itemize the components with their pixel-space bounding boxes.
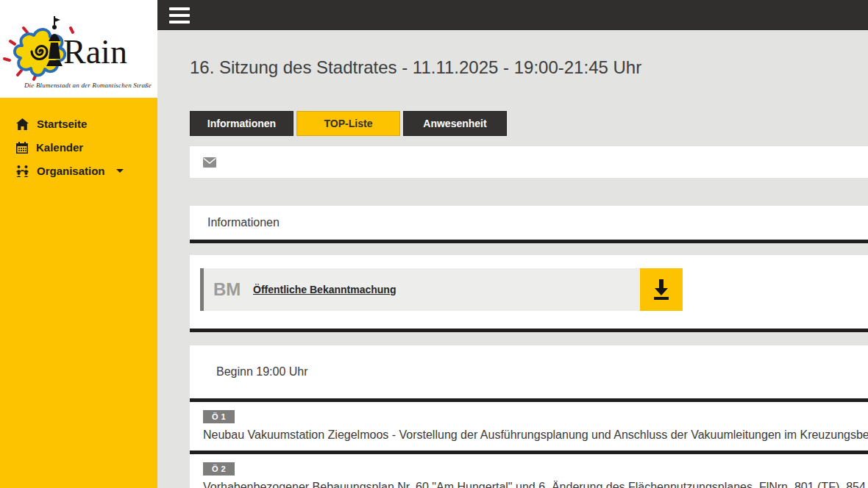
top-item-badge: Ö 2 <box>203 462 235 476</box>
section-heading: Informationen <box>207 216 280 229</box>
logo-wordmark: Rain <box>63 33 127 71</box>
attachment-code: BM <box>213 279 244 300</box>
rain-logo-graphic: Rain <box>1 16 156 84</box>
top-item-oe2: Ö 2 Vorhabenbezogener Bebauungsplan Nr. … <box>190 454 868 488</box>
sidebar: Rain Die Blumenstadt an der Romantischen… <box>0 0 157 488</box>
download-button[interactable] <box>640 268 683 311</box>
sidebar-item-startseite[interactable]: Startseite <box>16 118 150 130</box>
top-item-text: Neubau Vakuumstation Ziegelmoos - Vorste… <box>203 428 868 442</box>
sidebar-item-label: Organisation <box>37 165 105 177</box>
logo-tagline: Die Blumenstadt an der Romantischen Stra… <box>0 82 152 89</box>
logo[interactable]: Rain Die Blumenstadt an der Romantischen… <box>0 0 157 98</box>
hamburger-menu-icon[interactable] <box>169 7 190 24</box>
top-item-oe1: Ö 1 Neubau Vakuumstation Ziegelmoos - Vo… <box>190 402 868 454</box>
content-area: 16. Sitzung des Stadtrates - 11.11.2025 … <box>190 57 868 488</box>
section-attachments: BM Öffentliche Bekanntmachung <box>190 255 868 332</box>
top-header-bar <box>157 0 868 30</box>
top-item-badge: Ö 1 <box>203 410 235 423</box>
app-window: Rain Die Blumenstadt an der Romantischen… <box>0 0 868 488</box>
envelope-icon[interactable] <box>203 157 216 168</box>
top-item-text: Beginn 19:00 Uhr <box>216 365 308 378</box>
attachment-link[interactable]: Öffentliche Bekanntmachung <box>253 284 640 295</box>
tab-bar: Informationen TOP-Liste Anwesenheit <box>190 111 868 136</box>
attachment-row: BM Öffentliche Bekanntmachung <box>200 268 683 311</box>
organisation-icon <box>16 165 29 177</box>
sidebar-nav: Startseite Kalender <box>0 98 157 188</box>
home-icon <box>16 118 29 130</box>
tab-informationen[interactable]: Informationen <box>190 111 294 136</box>
chevron-down-icon <box>116 169 124 173</box>
action-toolbar <box>190 146 868 178</box>
section-informationen: Informationen <box>190 206 868 243</box>
sidebar-item-label: Kalender <box>36 141 83 154</box>
sidebar-item-organisation[interactable]: Organisation <box>16 165 150 177</box>
download-icon <box>652 279 671 300</box>
main-area: 16. Sitzung des Stadtrates - 11.11.2025 … <box>157 0 868 488</box>
page-title: 16. Sitzung des Stadtrates - 11.11.2025 … <box>190 57 868 78</box>
calendar-icon <box>16 142 28 154</box>
top-item-beginn: Beginn 19:00 Uhr <box>190 345 868 402</box>
top-item-text: Vorhabenbezogener Bebauungsplan Nr. 60 "… <box>203 481 868 488</box>
sidebar-item-kalender[interactable]: Kalender <box>16 141 150 154</box>
sidebar-item-label: Startseite <box>37 118 87 130</box>
tab-anwesenheit[interactable]: Anwesenheit <box>403 111 507 136</box>
tab-top-liste[interactable]: TOP-Liste <box>296 111 400 136</box>
